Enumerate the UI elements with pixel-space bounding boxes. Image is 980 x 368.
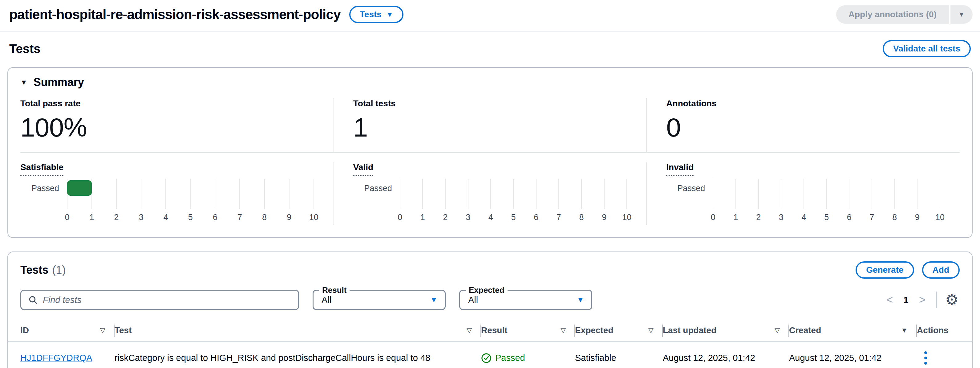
expected-value: Satisfiable	[575, 353, 616, 363]
column-header-last-updated[interactable]: Last updated▽	[663, 320, 789, 341]
test-id-link[interactable]: HJ1DFFGYDRQA	[20, 353, 92, 363]
table-row: HJ1DFFGYDRQAriskCategory is equal to HIG…	[8, 341, 972, 368]
result-filter-label: Result	[319, 285, 350, 295]
result-status-text: Passed	[495, 353, 525, 363]
sort-caret-icon: ▽	[100, 327, 105, 335]
last-updated-timestamp: August 12, 2025, 01:42	[663, 353, 755, 363]
cell-test: riskCategory is equal to HIGH_RISK and p…	[115, 341, 481, 368]
tests-dropdown-button[interactable]: Tests ▼	[349, 6, 404, 23]
chart-gridline	[713, 179, 713, 209]
chart-gridline	[116, 179, 117, 209]
result-filter-select[interactable]: Result All ▼	[313, 290, 445, 310]
chart-tick-label: 7	[869, 213, 874, 222]
chart-gridline	[872, 179, 872, 209]
column-header-test[interactable]: Test▽	[115, 320, 481, 341]
column-header-result[interactable]: Result▽	[481, 320, 575, 341]
chart-tick-label: 7	[237, 213, 242, 222]
collapse-caret-icon: ▼	[20, 78, 27, 87]
stat-value: 1	[353, 112, 647, 143]
summary-title: Summary	[33, 76, 84, 89]
tests-count-badge: (1)	[52, 263, 65, 276]
chart-tick-label: 5	[824, 213, 829, 222]
chart-category-label: Passed	[20, 179, 67, 225]
sort-caret-icon: ▽	[560, 327, 566, 335]
chart-plot: 012345678910	[67, 179, 314, 225]
tests-dropdown-label: Tests	[360, 10, 382, 19]
find-tests-search-box[interactable]	[20, 290, 299, 310]
cell-actions	[917, 341, 972, 368]
chart-tick-label: 4	[801, 213, 806, 222]
sort-caret-icon: ▽	[775, 327, 780, 335]
chart-tick-label: 6	[847, 213, 851, 222]
chart-gridline	[289, 179, 290, 209]
chart-axis-ticks: 012345678910	[713, 212, 940, 225]
chart-gridline	[445, 179, 445, 209]
cell-last-updated: August 12, 2025, 01:42	[663, 341, 789, 368]
summary-collapse-toggle[interactable]: ▼ Summary	[20, 76, 84, 89]
expected-filter-select[interactable]: Expected All ▼	[459, 290, 592, 310]
chart-axis-ticks: 012345678910	[67, 212, 314, 225]
tests-table-header: ID▽Test▽Result▽Expected▽Last updated▽Cre…	[8, 320, 972, 341]
chart-gridline	[849, 179, 850, 209]
settings-gear-icon[interactable]: ⚙	[944, 293, 960, 307]
chart-tick-label: 7	[557, 213, 561, 222]
next-page-button[interactable]: >	[916, 293, 929, 306]
summary-panel: ▼ Summary Total pass rate100%Total tests…	[7, 67, 973, 238]
tests-filter-row: Result All ▼ Expected All ▼ < 1 > ⚙	[8, 279, 972, 312]
chart-category-label: Passed	[666, 179, 713, 225]
stat-value: 100%	[20, 112, 334, 143]
kebab-dot	[924, 362, 927, 365]
chart-gridline	[190, 179, 191, 209]
tests-panel-header: Tests (1) Generate Add	[8, 261, 972, 279]
chart-tick-label: 5	[188, 213, 193, 222]
cell-id: HJ1DFFGYDRQA	[8, 341, 115, 368]
apply-annotations-caret-button[interactable]: ▼	[950, 5, 973, 24]
summary-stat-annotations: Annotations0	[646, 98, 960, 152]
chart-gridline	[781, 179, 781, 209]
column-header-expected[interactable]: Expected▽	[575, 320, 663, 341]
chart-gridline	[400, 179, 400, 209]
chart-gridline	[826, 179, 827, 209]
chart-tick-label: 10	[622, 213, 632, 222]
chart-tick-label: 8	[262, 213, 267, 222]
chart-tick-label: 9	[287, 213, 291, 222]
tests-section-header: Tests Validate all tests	[0, 32, 980, 67]
chart-plot: 012345678910	[400, 179, 627, 225]
chart-gridline	[215, 179, 215, 209]
column-header-id[interactable]: ID▽	[8, 320, 115, 341]
chart-title: Satisfiable	[20, 162, 64, 176]
chart-plot-area	[67, 179, 314, 209]
column-header-created[interactable]: Created▼	[789, 320, 917, 341]
chart-gridline	[758, 179, 759, 209]
chart-tick-label: 9	[915, 213, 920, 222]
chart-plot: 012345678910	[713, 179, 940, 225]
column-label: Test	[115, 325, 132, 335]
chart-tick-label: 1	[90, 213, 94, 222]
stat-value: 0	[666, 112, 960, 143]
chart-tick-label: 3	[466, 213, 470, 222]
generate-button[interactable]: Generate	[856, 261, 914, 279]
chart-tick-label: 4	[488, 213, 493, 222]
chart-gridline	[627, 179, 627, 209]
chart-tick-label: 10	[935, 213, 945, 222]
chart-tick-label: 0	[65, 213, 69, 222]
previous-page-button[interactable]: <	[883, 293, 896, 306]
chart-tick-label: 4	[164, 213, 168, 222]
stat-label: Total tests	[353, 99, 647, 108]
search-input[interactable]	[43, 291, 291, 309]
tests-panel-actions: Generate Add	[856, 261, 960, 279]
add-button[interactable]: Add	[922, 261, 960, 279]
row-actions-kebab-icon[interactable]	[917, 349, 930, 366]
summary-stats-row: Total pass rate100%Total tests1Annotatio…	[20, 98, 960, 152]
chart-body: Passed012345678910	[353, 179, 627, 225]
apply-annotations-button[interactable]: Apply annotations (0)	[836, 5, 949, 24]
chart-tick-label: 0	[711, 213, 716, 222]
chart-gridline	[490, 179, 491, 209]
column-label: Last updated	[663, 325, 716, 335]
validate-all-tests-button[interactable]: Validate all tests	[883, 40, 971, 57]
chart-gridline	[581, 179, 582, 209]
expected-filter-value: All	[468, 295, 478, 305]
column-header-actions: Actions	[917, 320, 972, 341]
chart-tick-label: 10	[309, 213, 318, 222]
chart-gridline	[536, 179, 536, 209]
